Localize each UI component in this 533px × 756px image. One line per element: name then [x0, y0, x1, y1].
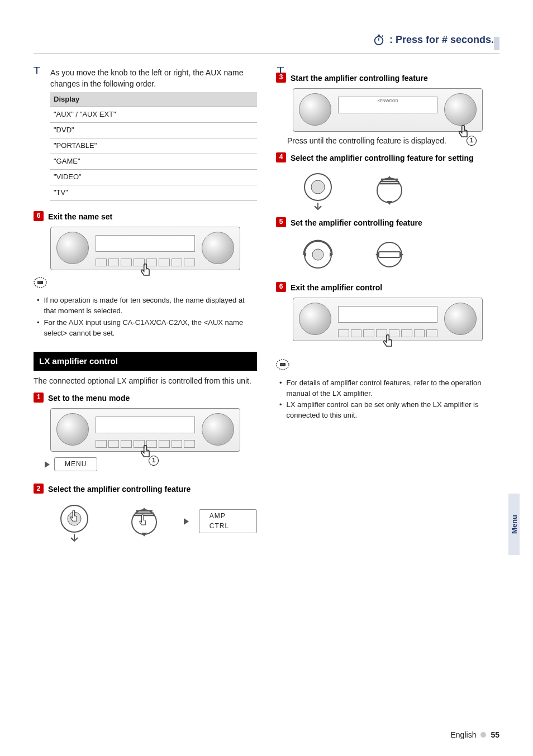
procedure-start-marker-icon	[34, 67, 40, 74]
svg-rect-5	[37, 281, 43, 284]
svg-point-22	[282, 364, 282, 365]
press-finger-icon	[380, 334, 396, 353]
svg-point-7	[39, 281, 40, 282]
stopwatch-icon	[373, 34, 385, 46]
header-rule	[34, 54, 499, 54]
table-header-display: Display	[50, 92, 257, 107]
right-knob-icon	[202, 232, 234, 264]
header-text: : Press for # seconds.	[389, 34, 494, 46]
svg-rect-20	[280, 363, 285, 366]
press-finger-hold-icon	[455, 125, 471, 143]
table-row: "TV"	[50, 185, 257, 200]
lcd-panel-icon: KENWOOD	[338, 97, 437, 113]
svg-point-16	[312, 249, 323, 260]
note-item: If no operation is made for ten seconds,…	[44, 295, 257, 317]
step-number-2: 2	[34, 484, 44, 494]
svg-point-8	[40, 281, 41, 282]
panel-brand-label: KENWOOD	[378, 99, 398, 103]
side-tab-label: Menu	[510, 515, 518, 534]
step-title-set-amp-feature: Set the amplifier controlling feature	[291, 217, 422, 228]
knob-controls-figure	[287, 168, 499, 212]
step-title-start-amp-feature: Start the amplifier controlling feature	[291, 73, 428, 84]
footer-dot-icon	[480, 732, 486, 738]
right-knob-icon	[202, 413, 234, 446]
display-result-amp-ctrl: AMP CTRL	[199, 509, 257, 533]
result-arrow-icon	[184, 518, 189, 525]
knob-controls-figure: AMP CTRL	[45, 500, 257, 543]
right-knob-icon	[444, 303, 477, 335]
knob-rotate-icon	[287, 233, 349, 276]
knob-tilt-icon	[114, 500, 173, 543]
knob-tilt-icon	[359, 168, 420, 212]
svg-rect-18	[378, 252, 401, 257]
aux-intro-text: As you move the knob to the left or righ…	[50, 67, 257, 90]
table-row: "PORTABLE"	[50, 138, 257, 154]
page-footer: English 55	[451, 730, 500, 739]
procedure-start-marker-icon	[277, 67, 284, 74]
device-figure	[34, 227, 257, 270]
device-figure	[34, 408, 257, 452]
svg-point-23	[283, 364, 283, 365]
left-knob-icon	[56, 232, 89, 264]
aux-display-table: Display "AUX" / "AUX EXT" "DVD" "PORTABL…	[50, 92, 257, 201]
step-number-5: 5	[276, 217, 286, 227]
lcd-panel-icon	[96, 417, 195, 433]
right-knob-icon	[444, 93, 477, 126]
press-finger-hold-icon	[137, 445, 153, 463]
knob-slide-icon	[359, 233, 420, 276]
svg-point-21	[280, 364, 281, 365]
knob-push-icon	[45, 500, 104, 543]
left-column: As you move the knob to the left or righ…	[34, 67, 257, 547]
step-title-exit-name-set: Exit the name set	[48, 211, 112, 222]
knob-push-icon	[287, 168, 349, 212]
note-item: For the AUX input using CA-C1AX/CA-C2AX,…	[44, 318, 257, 339]
lcd-panel-icon	[96, 235, 195, 252]
right-column: 3 Start the amplifier controlling featur…	[276, 67, 499, 547]
svg-point-17	[377, 242, 402, 267]
header-press-legend: : Press for # seconds.	[373, 34, 494, 46]
left-knob-icon	[56, 413, 89, 446]
device-figure	[276, 298, 499, 341]
section-heading-lx-amplifier-control: LX amplifier control	[34, 352, 257, 371]
table-row: "GAME"	[50, 154, 257, 169]
step-number-6: 6	[34, 211, 44, 221]
step-title-select-amp-feature: Select the amplifier controlling feature	[48, 484, 191, 495]
press-finger-icon	[137, 264, 153, 282]
step-number-4: 4	[276, 152, 286, 162]
left-knob-icon	[299, 93, 331, 126]
result-arrow-icon	[45, 461, 50, 468]
svg-point-13	[311, 180, 325, 194]
note-item: LX amplifier control can be set only whe…	[287, 400, 499, 421]
svg-rect-1	[378, 35, 380, 36]
note-list: If no operation is made for ten seconds,…	[37, 295, 257, 338]
step-number-1: 1	[34, 393, 44, 403]
svg-point-6	[38, 281, 39, 282]
note-list: For details of amplifier control feature…	[279, 378, 499, 421]
lcd-panel-icon	[338, 306, 437, 323]
table-row: "VIDEO"	[50, 169, 257, 185]
table-row: "DVD"	[50, 123, 257, 138]
footer-language: English	[451, 730, 477, 739]
device-figure: KENWOOD	[276, 88, 499, 132]
display-result-menu: MENU	[54, 457, 97, 471]
step-number-6: 6	[276, 282, 286, 292]
lx-intro-text: The connected optional LX amplifier is c…	[34, 375, 257, 386]
footer-page-number: 55	[491, 730, 499, 739]
step-title-exit-amp-control: Exit the amplifier control	[291, 282, 382, 293]
table-row: "AUX" / "AUX EXT"	[50, 107, 257, 123]
note-icon	[34, 276, 47, 289]
step-title-select-amp-feature-setting: Select the amplifier controlling feature…	[291, 152, 474, 164]
note-item: For details of amplifier control feature…	[287, 378, 499, 399]
side-tab-menu: Menu	[508, 494, 520, 555]
step-number-3: 3	[276, 73, 286, 83]
step-title-set-menu-mode: Set to the menu mode	[48, 393, 130, 404]
svg-line-3	[382, 36, 383, 37]
page-header: : Press for # seconds.	[0, 34, 533, 46]
left-knob-icon	[299, 303, 331, 335]
header-edge-tab	[494, 37, 499, 50]
note-icon	[276, 358, 289, 371]
knob-controls-figure	[287, 233, 499, 276]
